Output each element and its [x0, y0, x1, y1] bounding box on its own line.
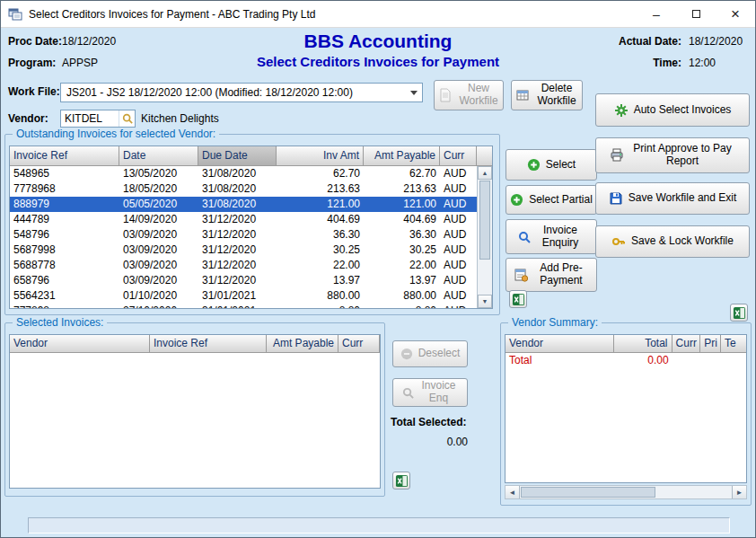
invoice-cell: AUD	[440, 273, 477, 288]
select-partial-label: Select Partial	[529, 194, 593, 207]
col-vendor[interactable]: Vendor	[10, 335, 150, 353]
invoice-row[interactable]: 777896818/05/202031/08/2020213.63213.63A…	[10, 181, 477, 197]
col-curr[interactable]: Curr	[672, 335, 701, 353]
col-total[interactable]: Total	[614, 335, 672, 353]
invoice-cell: 31/01/2021	[198, 288, 277, 304]
invoice-cell: 8.80	[277, 304, 364, 308]
deselect-button[interactable]: Deselect	[392, 340, 468, 367]
invoice-cell: 31/01/2021	[198, 304, 277, 308]
vendor-label: Vendor:	[8, 112, 48, 125]
col-inv-amt[interactable]: Inv Amt	[277, 146, 364, 166]
delete-workfile-label: Delete Workfile	[535, 83, 578, 108]
total-selected-value: 0.00	[391, 436, 468, 448]
invoice-cell: 03/09/2020	[119, 243, 198, 258]
minimize-button[interactable]: –	[637, 1, 676, 27]
selected-invoices-groupbox: Selected Invoices: Vendor Invoice Ref Am…	[4, 322, 385, 497]
export-excel-button[interactable]	[730, 304, 748, 322]
scroll-left-icon[interactable]: ◄	[505, 486, 520, 498]
workfile-label: Work File:	[8, 85, 60, 98]
invoice-row[interactable]: 556423101/10/202031/01/2021880.00880.00A…	[10, 288, 477, 304]
summary-scrollbar[interactable]: ◄ ►	[505, 485, 747, 499]
delete-workfile-button[interactable]: Delete Workfile	[511, 80, 583, 110]
invoice-cell: 8.80	[364, 304, 440, 308]
outstanding-scrollbar[interactable]: ▲ ▼	[477, 166, 492, 308]
close-button[interactable]: ×	[716, 1, 755, 27]
scroll-thumb[interactable]	[479, 181, 490, 260]
magnifier-icon	[518, 231, 531, 243]
invoice-cell: AUD	[440, 166, 477, 181]
invoice-row[interactable]: 65879603/09/202031/12/202013.9713.97AUD	[10, 273, 477, 288]
actual-date-value: 18/12/2020	[689, 35, 743, 48]
invoice-row[interactable]: 88897905/05/202031/08/2020121.00121.00AU…	[10, 197, 477, 212]
outstanding-rows: 54896513/05/202031/08/202062.7062.70AUD7…	[10, 166, 477, 308]
invoice-enq-button[interactable]: Invoice Enq	[392, 378, 468, 407]
col-pri[interactable]: Pri	[700, 335, 721, 353]
col-amt-payable[interactable]: Amt Payable	[364, 146, 440, 166]
invoice-cell: AUD	[440, 181, 477, 197]
save-exit-button[interactable]: Save Workfile and Exit	[595, 182, 750, 215]
export-excel-button[interactable]	[509, 290, 527, 308]
scroll-up-icon[interactable]: ▲	[478, 166, 492, 180]
col-curr[interactable]: Curr	[338, 335, 380, 353]
invoice-cell: 5687998	[10, 243, 119, 258]
maximize-icon	[692, 10, 700, 18]
invoice-cell: 404.69	[277, 212, 364, 227]
title-bar: Select Creditors Invoices for Payment - …	[1, 1, 755, 28]
vendor-code-field[interactable]: KITDEL	[60, 110, 136, 128]
auto-select-invoices-button[interactable]: Auto Select Invoices	[595, 93, 750, 127]
minus-icon	[400, 348, 413, 360]
vendor-search-icon[interactable]	[119, 110, 135, 127]
chevron-down-icon[interactable]	[406, 91, 422, 95]
col-due-date[interactable]: Due Date	[198, 146, 277, 166]
invoice-cell: 7778968	[10, 181, 119, 197]
invoice-cell: AUD	[440, 288, 477, 304]
select-partial-button[interactable]: Select Partial	[505, 185, 597, 215]
invoice-cell: AUD	[440, 227, 477, 243]
new-workfile-label: New Workfile	[458, 83, 499, 108]
selected-invoices-body	[10, 353, 380, 488]
export-excel-button[interactable]	[392, 472, 410, 489]
maximize-button[interactable]	[676, 1, 716, 27]
vendor-summary-body: Total 0.00	[505, 353, 746, 482]
invoice-cell: 213.63	[277, 181, 364, 197]
invoice-cell: 31/08/2020	[198, 181, 277, 197]
selected-invoices-header: Vendor Invoice Ref Amt Payable Curr	[10, 335, 380, 353]
invoice-cell: 548796	[10, 227, 119, 243]
col-te[interactable]: Te	[721, 335, 746, 353]
delete-workfile-icon	[515, 88, 530, 102]
add-prepayment-button[interactable]: Add Pre-Payment	[505, 258, 597, 292]
col-invoice-ref[interactable]: Invoice Ref	[10, 146, 119, 166]
invoice-cell: 62.70	[277, 166, 364, 181]
print-approve-button[interactable]: Print Approve to Pay Report	[595, 137, 750, 173]
col-invoice-ref[interactable]: Invoice Ref	[150, 335, 267, 353]
save-lock-label: Save & Lock Workfile	[631, 235, 734, 248]
invoice-row[interactable]: 44478914/09/202031/12/2020404.69404.69AU…	[10, 212, 477, 227]
scroll-right-icon[interactable]: ►	[732, 486, 746, 498]
excel-icon	[733, 306, 746, 320]
print-approve-label: Print Approve to Pay Report	[629, 143, 735, 168]
workfile-dropdown[interactable]: JS201 - JS2 18/12/2020 12:00 (Modified: …	[60, 83, 423, 102]
invoice-enquiry-button[interactable]: Invoice Enquiry	[505, 219, 597, 254]
invoice-row[interactable]: 568877803/09/202031/12/202022.0022.00AUD	[10, 258, 477, 273]
scroll-thumb[interactable]	[521, 487, 655, 498]
invoice-cell: 31/12/2020	[198, 212, 277, 227]
outstanding-table: Invoice Ref Date Due Date Inv Amt Amt Pa…	[9, 146, 493, 309]
col-amt-payable[interactable]: Amt Payable	[267, 335, 338, 353]
col-curr[interactable]: Curr	[440, 146, 477, 166]
selected-invoices-table: Vendor Invoice Ref Amt Payable Curr	[9, 334, 381, 489]
invoice-row[interactable]: 54896513/05/202031/08/202062.7062.70AUD	[10, 166, 477, 181]
save-lock-button[interactable]: Save & Lock Workfile	[595, 225, 750, 258]
invoice-cell: 22.00	[364, 258, 440, 273]
invoice-row[interactable]: 54879603/09/202031/12/202036.3036.30AUD	[10, 227, 477, 243]
invoice-row[interactable]: 77789827/10/202031/01/20218.808.80AUD	[10, 304, 477, 308]
scroll-down-icon[interactable]: ▼	[478, 295, 492, 308]
invoice-row[interactable]: 568799803/09/202031/12/202030.2530.25AUD	[10, 243, 477, 258]
invoice-cell: 13.97	[277, 273, 364, 288]
invoice-cell: 777898	[10, 304, 119, 308]
select-button[interactable]: Select	[505, 149, 597, 181]
col-vendor[interactable]: Vendor	[505, 335, 614, 353]
invoice-cell: 5688778	[10, 258, 119, 273]
col-date[interactable]: Date	[119, 146, 198, 166]
new-workfile-button[interactable]: New Workfile	[434, 80, 504, 110]
window-title: Select Creditors Invoices for Payment - …	[29, 8, 315, 21]
